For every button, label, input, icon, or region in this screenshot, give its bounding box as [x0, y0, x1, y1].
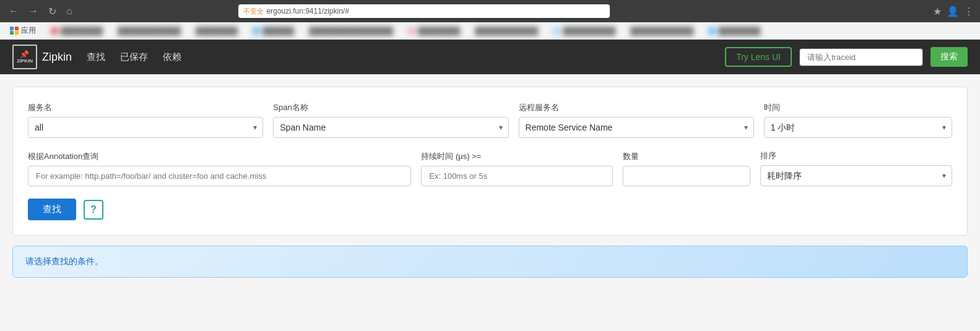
logo-text: ZIPKIN [17, 59, 33, 64]
nav-saved[interactable]: 已保存 [120, 51, 148, 63]
bookmark-4[interactable]: ██████ [249, 25, 298, 37]
time-label: 时间 [764, 102, 952, 113]
remote-service-group: 远程服务名 Remote Service Name [519, 102, 754, 138]
sort-group: 排序 耗时降序 时间降序 [760, 150, 952, 186]
action-row: 查找 ? [28, 199, 952, 220]
apps-label: 应用 [21, 25, 36, 36]
service-name-label: 服务名 [28, 102, 263, 113]
sort-select[interactable]: 耗时降序 时间降序 [760, 165, 952, 186]
logo-box: 📌 ZIPKIN [12, 45, 37, 69]
bookmark-6[interactable]: ████████ [404, 25, 464, 37]
time-select-wrapper: 1 小时 2 小时 6 小时 12 小时 1 天 [764, 117, 952, 138]
try-lens-button[interactable]: Try Lens UI [725, 47, 792, 67]
remote-service-label: 远程服务名 [519, 102, 754, 113]
security-label: 不安全 [243, 7, 264, 16]
bookmark-1[interactable]: ████████ [47, 25, 106, 37]
sort-select-wrapper: 耗时降序 时间降序 [760, 165, 952, 186]
back-button[interactable]: ← [6, 4, 21, 18]
header-search-button[interactable]: 搜索 [930, 47, 968, 67]
duration-group: 持续时间 (μs) >= [421, 151, 613, 186]
home-button[interactable]: ⌂ [64, 4, 75, 18]
header-right: Try Lens UI 搜索 [725, 47, 968, 67]
annotation-group: 根据Annotation查询 [28, 151, 411, 186]
bookmark-icon-4 [253, 27, 260, 35]
app-header: 📌 ZIPKIN Zipkin 查找 已保存 依赖 Try Lens UI 搜索 [0, 40, 980, 74]
logo-pin-icon: 📌 [17, 50, 33, 59]
bookmark-10[interactable]: ████████ [705, 25, 764, 37]
form-row-1: 服务名 all Span名称 Span Name 远程服务名 [28, 102, 952, 138]
bookmarks-bar: 应用 ████████ ████████████ ████████ ██████… [0, 22, 980, 40]
bookmark-label-4: ██████ [262, 27, 294, 35]
bookmark-8[interactable]: ██████████ [549, 25, 619, 37]
address-text: ergouzi.fun:9411/zipkin/# [266, 7, 349, 15]
bookmark-icon-8 [553, 27, 560, 35]
count-input[interactable]: 10 [623, 166, 750, 186]
sort-label: 排序 [760, 150, 952, 161]
service-name-group: 服务名 all [28, 102, 263, 138]
nav-search[interactable]: 查找 [87, 51, 105, 62]
bookmark-icon-6 [408, 27, 415, 35]
bookmark-label-3: ████████ [196, 27, 238, 35]
span-name-label: Span名称 [273, 102, 508, 113]
count-label: 数量 [623, 151, 750, 162]
apps-icon [10, 27, 19, 35]
logo-area: 📌 ZIPKIN Zipkin [12, 45, 72, 69]
logo-content: 📌 ZIPKIN [17, 50, 33, 64]
duration-label: 持续时间 (μs) >= [421, 151, 613, 162]
app-title: Zipkin [42, 51, 72, 64]
span-name-select[interactable]: Span Name [273, 117, 508, 138]
main-nav: 查找 [87, 51, 105, 63]
browser-chrome: ← → ↻ ⌂ 不安全 ergouzi.fun:9411/zipkin/# ★ … [0, 0, 980, 22]
bookmark-2[interactable]: ████████████ [114, 25, 184, 37]
traceid-input[interactable] [799, 48, 923, 66]
user-icon[interactable]: 👤 [947, 6, 959, 17]
bookmark-5[interactable]: ████████████████ [305, 25, 397, 37]
info-text: 请选择查找的条件。 [25, 256, 103, 266]
service-name-select-wrapper: all [28, 117, 263, 138]
bookmark-3[interactable]: ████████ [192, 25, 241, 37]
annotation-label: 根据Annotation查询 [28, 151, 411, 162]
bookmark-label-5: ████████████████ [309, 27, 393, 35]
annotation-input[interactable] [28, 166, 411, 186]
info-banner: 请选择查找的条件。 [12, 246, 968, 278]
bookmark-label-1: ████████ [61, 27, 103, 35]
bookmark-icon-1 [51, 27, 58, 35]
time-range-group: 时间 1 小时 2 小时 6 小时 12 小时 1 天 [764, 102, 952, 138]
bookmark-label-8: ██████████ [563, 27, 615, 35]
remote-service-select[interactable]: Remote Service Name [519, 117, 754, 138]
reload-button[interactable]: ↻ [46, 4, 59, 19]
service-name-select[interactable]: all [28, 117, 263, 138]
duration-input[interactable] [421, 166, 613, 186]
bookmark-7[interactable]: ████████████ [471, 25, 542, 37]
address-bar[interactable]: 不安全 ergouzi.fun:9411/zipkin/# [238, 4, 610, 18]
browser-toolbar-icons: ★ 👤 ⋮ [933, 6, 974, 17]
find-button[interactable]: 查找 [28, 199, 76, 220]
time-select[interactable]: 1 小时 2 小时 6 小时 12 小时 1 天 [764, 117, 952, 138]
bookmark-label-10: ████████ [718, 27, 760, 35]
nav-dependencies[interactable]: 依赖 [163, 51, 181, 63]
bookmark-label-2: ████████████ [118, 27, 181, 35]
remote-service-select-wrapper: Remote Service Name [519, 117, 754, 138]
span-name-group: Span名称 Span Name [273, 102, 508, 138]
forward-button[interactable]: → [26, 4, 41, 18]
bookmark-label-7: ████████████ [475, 27, 538, 35]
bookmark-9[interactable]: ████████████ [627, 25, 697, 37]
form-row-2: 根据Annotation查询 持续时间 (μs) >= 数量 10 排序 耗时降… [28, 150, 952, 186]
help-button[interactable]: ? [84, 200, 103, 220]
main-content: 服务名 all Span名称 Span Name 远程服务名 [0, 74, 980, 290]
bookmark-icon-10 [708, 27, 716, 35]
count-group: 数量 10 [623, 151, 750, 186]
bookmark-apps[interactable]: 应用 [6, 24, 40, 37]
bookmark-star-icon[interactable]: ★ [933, 6, 942, 17]
search-panel: 服务名 all Span名称 Span Name 远程服务名 [12, 87, 968, 236]
span-name-select-wrapper: Span Name [273, 117, 508, 138]
bookmark-label-9: ████████████ [630, 27, 693, 35]
menu-icon[interactable]: ⋮ [964, 6, 974, 17]
bookmark-label-6: ████████ [418, 27, 460, 35]
